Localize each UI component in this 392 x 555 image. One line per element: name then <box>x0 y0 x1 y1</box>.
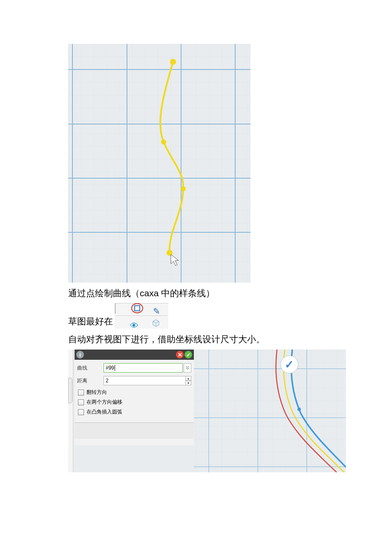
caption-spline: 通过点绘制曲线（caxa 中的样条线） <box>68 286 324 301</box>
view-circle-icon[interactable] <box>131 303 144 314</box>
distance-label: 距离 <box>77 377 104 384</box>
curve-dropdown-icon[interactable] <box>184 363 191 373</box>
spline-point-2[interactable] <box>161 139 166 145</box>
svg-point-9 <box>132 304 143 313</box>
blue-curve-handle[interactable] <box>297 408 301 411</box>
flip-label: 翻转方向 <box>86 389 107 396</box>
dialog-footer <box>75 422 194 439</box>
spline-point-3[interactable] <box>181 186 186 191</box>
curve-label: 曲线 <box>77 364 104 372</box>
distance-input[interactable]: 2 <box>104 376 186 385</box>
checkmark-icon: ✓ <box>285 358 294 371</box>
grid-background <box>68 44 251 283</box>
svg-rect-0 <box>68 44 251 283</box>
cube-icon[interactable] <box>151 319 161 327</box>
ok-button[interactable]: ✓ <box>184 351 192 358</box>
spline-point-1[interactable] <box>170 59 176 65</box>
sketch-canvas-spline[interactable]: www.bdocx.com <box>68 44 251 283</box>
both-dir-label: 在两个方向偏移 <box>86 399 122 406</box>
offset-dialog: i ✕ ✓ 曲线 #99 距离 <box>75 350 194 445</box>
eye-icon[interactable]: 👁 <box>130 319 138 332</box>
curve-input[interactable]: #99 <box>104 363 183 373</box>
toolbar-icon-group: ✎ 👁 <box>115 303 168 329</box>
distance-spinner-down[interactable]: ▼ <box>185 381 191 385</box>
caption-inline-prefix: 草图最好在 <box>68 314 113 329</box>
confirm-button[interactable]: ✓ <box>280 356 298 373</box>
insert-arc-checkbox[interactable] <box>78 409 84 415</box>
close-button[interactable]: ✕ <box>176 351 184 358</box>
insert-arc-label: 在凸角插入圆弧 <box>86 408 122 416</box>
distance-spinner-up[interactable]: ▲ <box>185 376 191 381</box>
info-icon[interactable]: i <box>76 351 84 358</box>
flip-checkbox[interactable] <box>78 390 84 396</box>
both-dir-checkbox[interactable] <box>78 399 84 405</box>
offset-panel-area: i ✕ ✓ 曲线 #99 距离 <box>68 350 346 472</box>
caption-align-view: 自动对齐视图下进行，借助坐标线设计尺寸大小。 <box>68 332 324 347</box>
pencil-icon[interactable]: ✎ <box>153 304 160 318</box>
svg-rect-12 <box>194 350 346 472</box>
dialog-header: i ✕ ✓ <box>75 350 194 360</box>
svg-rect-10 <box>135 306 140 311</box>
